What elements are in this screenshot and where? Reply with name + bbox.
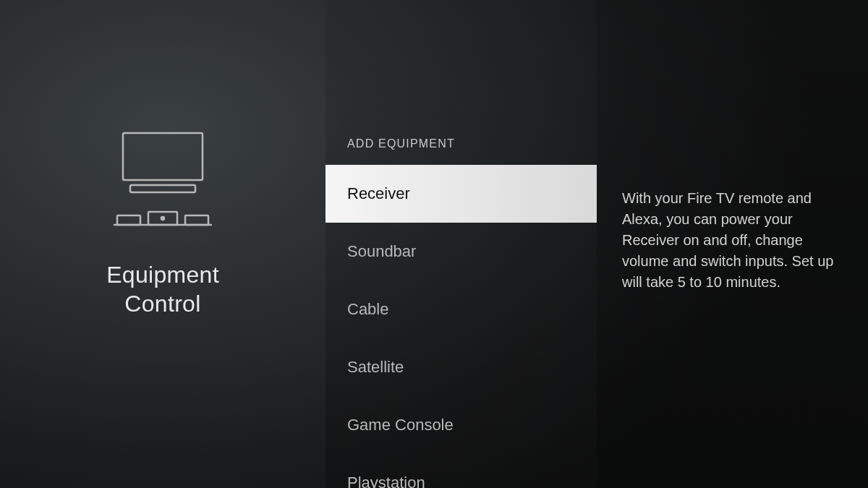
menu-item-soundbar[interactable]: Soundbar [326,223,597,281]
menu-item-label: Playstation [347,474,425,488]
svg-rect-0 [123,133,203,180]
svg-rect-3 [117,215,140,225]
menu-pane: ADD EQUIPMENT Receiver Soundbar Cable Sa… [326,0,597,488]
section-title-line1: EquipmentControl [106,262,219,317]
detail-pane: With your Fire TV remote and Alexa, you … [597,0,868,488]
menu-item-game-console[interactable]: Game Console [326,396,597,454]
equipment-icon [109,127,217,231]
detail-description: With your Fire TV remote and Alexa, you … [622,188,839,293]
menu-header: ADD EQUIPMENT [326,137,597,165]
menu-item-label: Game Console [347,416,454,435]
menu-item-label: Receiver [347,184,410,203]
section-title: EquipmentControl [106,260,219,318]
svg-rect-1 [130,185,195,192]
menu-item-playstation[interactable]: Playstation [326,454,597,488]
menu-item-receiver[interactable]: Receiver [326,165,597,223]
settings-screen: EquipmentControl ADD EQUIPMENT Receiver … [0,0,868,488]
menu-item-label: Satellite [347,358,404,377]
menu-item-label: Soundbar [347,242,416,261]
menu-item-label: Cable [347,300,388,319]
menu-item-satellite[interactable]: Satellite [326,338,597,396]
svg-rect-6 [185,215,208,225]
left-pane: EquipmentControl [0,0,326,488]
svg-point-5 [161,217,164,220]
menu-item-cable[interactable]: Cable [326,281,597,338]
